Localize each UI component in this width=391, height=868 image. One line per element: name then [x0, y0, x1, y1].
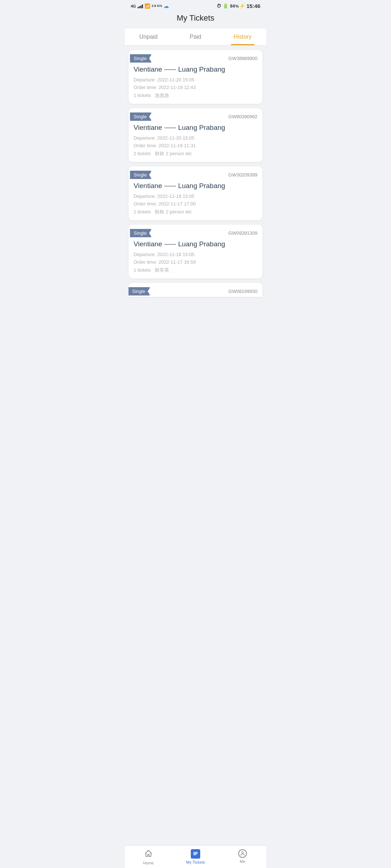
vibrate-icon: 🔋: [223, 3, 228, 9]
order-time-row: Order time: 2022-11-19 12:43: [134, 85, 257, 90]
order-time-value: 2022-11-17 16:59: [159, 259, 196, 265]
home-icon: [144, 849, 153, 859]
route-arrow: ——: [164, 241, 176, 247]
departure-row: Departure: 2022-11-18 15:05: [134, 252, 257, 257]
order-id: GW08199930: [228, 289, 257, 294]
ticket-card[interactable]: Single GW80390992 Vientiane —— Luang Pra…: [129, 108, 262, 162]
route: Vientiane —— Luang Prabang: [134, 182, 257, 190]
card-body: Vientiane —— Luang Prabang Departure: 20…: [129, 124, 262, 162]
ticket-card[interactable]: Single GW09391309 Vientiane —— Luang Pra…: [129, 225, 262, 278]
tickets-count-row: 1 tickets 急急急: [134, 92, 257, 99]
card-header: Single GW80390992: [129, 108, 262, 124]
alarm-icon: ⏱: [216, 3, 221, 9]
tickets-count-row: 2 tickets 耿耿 2 person etc: [134, 209, 257, 215]
signal-bar-1: [138, 7, 139, 8]
nav-label-mytickets: My Tickets: [186, 860, 205, 864]
nav-item-home[interactable]: Home: [125, 846, 172, 868]
passenger-note: 耿耿 2 person etc: [155, 151, 192, 156]
origin: Vientiane: [134, 65, 162, 73]
card-header: Single GW30209399: [129, 166, 262, 182]
order-time-label: Order time:: [134, 259, 157, 265]
route: Vientiane —— Luang Prabang: [134, 65, 257, 73]
ticket-card[interactable]: Single GW38989900 Vientiane —— Luang Pra…: [129, 50, 262, 104]
departure-value: 2022-11-20 15:05: [157, 77, 194, 82]
tickets-count: 2 tickets: [134, 209, 151, 214]
order-id: GW30209399: [228, 172, 257, 178]
origin: Vientiane: [134, 182, 162, 190]
page-header: My Tickets: [125, 10, 266, 29]
origin: Vientiane: [134, 124, 162, 132]
svg-rect-1: [193, 853, 198, 854]
signal-bar-2: [139, 6, 140, 8]
passenger-note: 耿耿 2 person etc: [155, 209, 192, 214]
status-right: ⏱ 🔋 84 % ⚡ 15:46: [216, 3, 260, 9]
nav-item-me[interactable]: Me: [219, 846, 266, 868]
my-tickets-icon: [191, 849, 200, 859]
card-body: Vientiane —— Luang Prabang Departure: 20…: [129, 182, 262, 220]
order-id: GW80390992: [228, 114, 257, 119]
order-time-label: Order time:: [134, 201, 157, 207]
svg-point-3: [241, 851, 243, 853]
tickets-count: 2 tickets: [134, 151, 151, 156]
network-type: 4G: [131, 4, 136, 8]
departure-row: Departure: 2022-11-20 15:05: [134, 77, 257, 82]
departure-label: Departure:: [134, 135, 156, 141]
ticket-card-partial[interactable]: Single GW08199930: [129, 283, 262, 297]
route-arrow: ——: [164, 124, 176, 131]
order-time-value: 2022-11-19 12:43: [159, 85, 196, 90]
time-display: 15:46: [247, 3, 260, 9]
route: Vientiane —— Luang Prabang: [134, 240, 257, 248]
ticket-type-badge: Single: [129, 287, 150, 295]
battery-percent: 84: [230, 4, 235, 9]
nav-label-me: Me: [240, 859, 245, 864]
tickets-count: 1 tickets: [134, 267, 151, 273]
bottom-nav: Home My Tickets Me: [125, 845, 266, 868]
departure-label: Departure:: [134, 193, 156, 199]
wifi-icon: 📶: [144, 3, 150, 9]
origin: Vientiane: [134, 240, 162, 248]
passenger-note: 耿军英: [155, 267, 169, 273]
ticket-list: Single GW38989900 Vientiane —— Luang Pra…: [125, 46, 266, 326]
battery-indicator: 84 % ⚡: [230, 3, 245, 9]
departure-value: 2022-11-20 15:05: [157, 135, 194, 141]
tab-unpaid[interactable]: Unpaid: [125, 29, 172, 45]
destination: Luang Prabang: [178, 65, 225, 73]
order-id: GW38989900: [228, 56, 257, 61]
tab-paid[interactable]: Paid: [172, 29, 219, 45]
page-title: My Tickets: [125, 13, 266, 23]
ticket-card[interactable]: Single GW30209399 Vientiane —— Luang Pra…: [129, 166, 262, 220]
tickets-count: 1 tickets: [134, 93, 151, 98]
tab-history[interactable]: History: [219, 29, 266, 45]
nav-label-home: Home: [143, 861, 154, 865]
status-bar: 4G 📶 2.6 K/s ☁ ⏱ 🔋 84 % ⚡ 15:46: [125, 0, 266, 10]
departure-row: Departure: 2022-11-18 15:05: [134, 193, 257, 199]
tickets-count-row: 1 tickets 耿军英: [134, 267, 257, 273]
svg-rect-2: [193, 854, 196, 855]
destination: Luang Prabang: [178, 240, 225, 248]
signal-bars: [138, 4, 143, 8]
signal-bar-4: [142, 4, 143, 8]
passenger-note: 急急急: [155, 93, 169, 98]
signal-bar-3: [140, 5, 142, 8]
order-time-label: Order time:: [134, 143, 157, 148]
status-left: 4G 📶 2.6 K/s ☁: [131, 3, 169, 9]
order-time-value: 2022-11-19 11:31: [159, 143, 196, 148]
ticket-type-badge: Single: [130, 229, 152, 237]
me-icon: [238, 849, 247, 858]
departure-row: Departure: 2022-11-20 15:05: [134, 135, 257, 141]
nav-item-mytickets[interactable]: My Tickets: [172, 846, 219, 868]
order-time-row: Order time: 2022-11-19 11:31: [134, 143, 257, 148]
battery-icon: %: [235, 4, 239, 8]
ticket-type-badge: Single: [130, 54, 152, 63]
ticket-type-badge: Single: [130, 112, 152, 121]
departure-value: 2022-11-18 15:05: [157, 252, 194, 257]
destination: Luang Prabang: [178, 182, 225, 190]
route-arrow: ——: [164, 66, 176, 73]
card-header: Single GW38989900: [129, 50, 262, 65]
departure-value: 2022-11-18 15:05: [157, 193, 194, 199]
departure-label: Departure:: [134, 252, 156, 257]
charging-icon: ⚡: [239, 3, 245, 9]
route-arrow: ——: [164, 183, 176, 189]
departure-label: Departure:: [134, 77, 156, 82]
tab-bar: Unpaid Paid History: [125, 29, 266, 46]
